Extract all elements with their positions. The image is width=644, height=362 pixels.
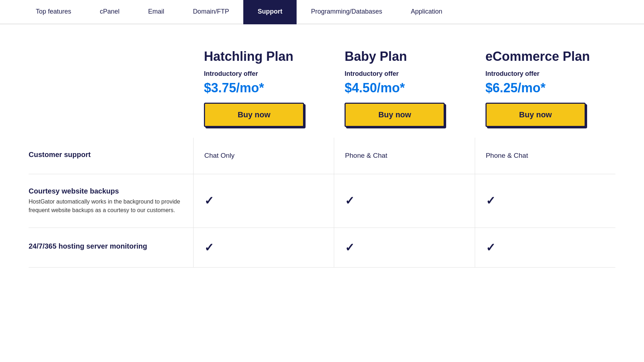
plan-name-ecommerce: eCommerce Plan <box>486 49 605 64</box>
main-content: Hatchling PlanIntroductory offer$3.75/mo… <box>0 24 644 285</box>
plan-col-ecommerce: eCommerce PlanIntroductory offer$6.25/mo… <box>475 42 615 138</box>
plan-name-hatchling: Hatchling Plan <box>204 49 323 64</box>
feature-text-customer-support-plan-0: Chat Only <box>204 152 234 160</box>
feature-label-cell-customer-support: Customer support <box>29 138 193 174</box>
checkmark-server-monitoring-plan-1: ✓ <box>345 241 355 254</box>
feature-label-server-monitoring: 24/7/365 hosting server monitoring <box>29 242 186 250</box>
feature-value-courtesy-backups-plan-0: ✓ <box>193 174 334 228</box>
nav-tab-programming-databases[interactable]: Programming/Databases <box>297 0 396 24</box>
nav-tab-cpanel[interactable]: cPanel <box>86 0 134 24</box>
checkmark-courtesy-backups-plan-2: ✓ <box>486 194 496 207</box>
checkmark-courtesy-backups-plan-0: ✓ <box>204 194 214 207</box>
intro-label-hatchling: Introductory offer <box>204 70 323 78</box>
feature-value-server-monitoring-plan-1: ✓ <box>334 228 474 268</box>
intro-label-ecommerce: Introductory offer <box>486 70 605 78</box>
feature-label-courtesy-backups: Courtesy website backups <box>29 187 186 195</box>
feature-label-cell-server-monitoring: 24/7/365 hosting server monitoring <box>29 228 193 268</box>
feature-value-customer-support-plan-1: Phone & Chat <box>334 138 474 174</box>
checkmark-server-monitoring-plan-2: ✓ <box>486 241 496 254</box>
feature-value-server-monitoring-plan-2: ✓ <box>475 228 615 268</box>
feature-text-customer-support-plan-2: Phone & Chat <box>486 152 528 160</box>
price-baby: $4.50/mo* <box>345 80 464 96</box>
feature-value-customer-support-plan-0: Chat Only <box>193 138 334 174</box>
nav-tab-top-features[interactable]: Top features <box>21 0 86 24</box>
feature-desc-courtesy-backups: HostGator automatically works in the bac… <box>29 197 186 215</box>
checkmark-courtesy-backups-plan-1: ✓ <box>345 194 355 207</box>
buy-button-baby[interactable]: Buy now <box>345 103 445 127</box>
nav-tab-application[interactable]: Application <box>396 0 457 24</box>
plan-col-hatchling: Hatchling PlanIntroductory offer$3.75/mo… <box>193 42 334 138</box>
plan-col-baby: Baby PlanIntroductory offer$4.50/mo*Buy … <box>334 42 474 138</box>
intro-label-baby: Introductory offer <box>345 70 464 78</box>
nav-tab-support[interactable]: Support <box>243 0 297 24</box>
feature-value-courtesy-backups-plan-2: ✓ <box>475 174 615 228</box>
checkmark-server-monitoring-plan-0: ✓ <box>204 241 214 254</box>
price-ecommerce: $6.25/mo* <box>486 80 605 96</box>
plans-header: Hatchling PlanIntroductory offer$3.75/mo… <box>29 42 615 138</box>
buy-button-ecommerce[interactable]: Buy now <box>486 103 586 127</box>
feature-value-courtesy-backups-plan-1: ✓ <box>334 174 474 228</box>
nav-tabs: Top featurescPanelEmailDomain/FTPSupport… <box>0 0 644 24</box>
empty-header-cell <box>29 42 193 138</box>
feature-text-customer-support-plan-1: Phone & Chat <box>345 152 387 160</box>
feature-value-customer-support-plan-2: Phone & Chat <box>475 138 615 174</box>
feature-label-customer-support: Customer support <box>29 151 186 159</box>
nav-tab-domain-ftp[interactable]: Domain/FTP <box>179 0 243 24</box>
buy-button-hatchling[interactable]: Buy now <box>204 103 304 127</box>
feature-label-cell-courtesy-backups: Courtesy website backupsHostGator automa… <box>29 174 193 228</box>
feature-value-server-monitoring-plan-0: ✓ <box>193 228 334 268</box>
price-hatchling: $3.75/mo* <box>204 80 323 96</box>
nav-tab-email[interactable]: Email <box>134 0 179 24</box>
plan-name-baby: Baby Plan <box>345 49 464 64</box>
features-grid: Customer supportChat OnlyPhone & ChatPho… <box>29 138 615 268</box>
